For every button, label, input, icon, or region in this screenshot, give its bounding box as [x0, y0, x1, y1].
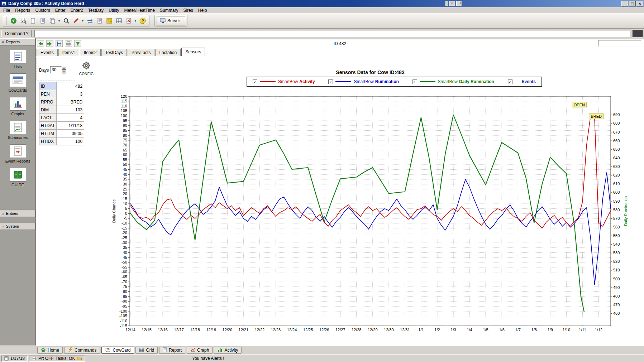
- command-input[interactable]: [34, 30, 630, 37]
- tab-sensors[interactable]: Sensors: [181, 48, 205, 56]
- svg-text:12/19: 12/19: [206, 328, 216, 332]
- bottom-tab-activity[interactable]: Activity: [214, 347, 242, 354]
- copy-button[interactable]: [47, 16, 57, 26]
- menu-reports[interactable]: Reports: [13, 8, 33, 13]
- svg-text:30: 30: [123, 182, 127, 186]
- minimize-button[interactable]: _: [621, 1, 628, 6]
- svg-text:105: 105: [121, 108, 127, 113]
- zoom-button[interactable]: [61, 16, 71, 26]
- sidebar-section-system[interactable]: » System: [0, 223, 35, 230]
- edit-button[interactable]: [71, 16, 81, 26]
- svg-text:12/16: 12/16: [158, 328, 168, 332]
- dock-grip[interactable]: [445, 1, 448, 6]
- bottom-tab-cowcard[interactable]: CowCard: [101, 347, 134, 354]
- svg-text:-115: -115: [120, 324, 127, 328]
- bottom-tab-label: Commands: [75, 348, 96, 353]
- sensors-chart: 1201151101051009590858075706560555045403…: [36, 39, 644, 346]
- svg-text:1/7: 1/7: [515, 328, 521, 332]
- back-button[interactable]: [9, 16, 18, 26]
- sidebar-item-summaries[interactable]: Summaries: [0, 121, 35, 140]
- delete-icon: [125, 18, 132, 24]
- help-button[interactable]: ?: [138, 16, 147, 26]
- svg-text:-65: -65: [121, 275, 127, 279]
- bottom-tab-report[interactable]: Report: [159, 347, 185, 354]
- svg-text:-80: -80: [121, 289, 127, 294]
- command-side-button[interactable]: [633, 30, 643, 37]
- transfer-icon: [87, 18, 93, 24]
- command-label-button[interactable]: Command ?: [1, 30, 32, 37]
- menu-summary[interactable]: Summary: [157, 8, 181, 13]
- svg-text:1/3: 1/3: [450, 328, 456, 332]
- svg-text:-95: -95: [121, 304, 127, 308]
- sidebar-item-lists[interactable]: Lists: [0, 50, 35, 69]
- server-label: Server: [167, 18, 180, 23]
- svg-text:65: 65: [123, 148, 127, 152]
- sidebar-section-reports[interactable]: » Reports: [0, 38, 35, 45]
- bottom-tab-home[interactable]: Home: [37, 347, 63, 354]
- sidebar-item-label: Event Reports: [0, 159, 35, 163]
- sidebar-item-guide[interactable]: GUIDE: [0, 168, 35, 187]
- close-button[interactable]: ✕: [636, 1, 643, 6]
- svg-text:520: 520: [613, 259, 620, 264]
- svg-text:110: 110: [121, 104, 127, 108]
- workspace: » Reports ListsCowCardsGraphsSummariesEv…: [0, 38, 644, 346]
- float-window-controls: ✓ ❒: [445, 1, 462, 6]
- print-preview-icon: [20, 18, 27, 24]
- copy-dropdown-button[interactable]: ▼: [57, 16, 61, 26]
- menu-meter-heattime[interactable]: Meter/HeatTime: [121, 8, 157, 13]
- svg-text:-105: -105: [119, 314, 127, 318]
- sidebar-report-items: ListsCowCardsGraphsSummariesEvent Report…: [0, 45, 35, 187]
- new-report-button[interactable]: [28, 16, 38, 26]
- sidebar-item-graphs[interactable]: Graphs: [0, 97, 35, 116]
- sidebar-item-cowcards[interactable]: CowCards: [0, 73, 35, 92]
- svg-text:115: 115: [121, 99, 127, 103]
- svg-text:-40: -40: [121, 250, 127, 255]
- menu-custom[interactable]: Custom: [33, 8, 52, 13]
- sidebar-section-entries[interactable]: » Entries: [0, 210, 35, 217]
- svg-text:640: 640: [613, 156, 620, 160]
- calc-button[interactable]: +−: [104, 16, 114, 26]
- toolbar-main-group: ▼ ▼ +− ▼ ?: [3, 15, 149, 27]
- menu-utility[interactable]: Utility: [106, 8, 121, 13]
- notes-button[interactable]: [95, 16, 104, 26]
- menu-help[interactable]: Help: [196, 8, 210, 13]
- bottom-tab-grid[interactable]: Grid: [135, 347, 158, 354]
- menu-enter[interactable]: Enter: [53, 8, 68, 13]
- menu-enter2[interactable]: Enter2: [68, 8, 85, 13]
- svg-text:35: 35: [123, 177, 127, 181]
- svg-text:-25: -25: [121, 236, 127, 240]
- toolbar-grip[interactable]: [5, 17, 6, 25]
- svg-text:-100: -100: [119, 309, 127, 313]
- bottom-tab-commands[interactable]: Commands: [64, 347, 100, 354]
- svg-text:10: 10: [123, 202, 127, 206]
- sidebar-item-event-reports[interactable]: Event Reports: [0, 144, 35, 163]
- help-icon: ?: [139, 18, 146, 24]
- open-report-button[interactable]: [38, 16, 47, 26]
- transfer-button[interactable]: [85, 16, 95, 26]
- maximize-button[interactable]: □: [629, 1, 636, 6]
- dock-check-button[interactable]: ✓: [449, 1, 455, 6]
- dock-restore-button[interactable]: ❒: [456, 1, 462, 6]
- server-button[interactable]: Server: [157, 16, 185, 25]
- svg-text:70: 70: [123, 143, 127, 147]
- grid-button[interactable]: [114, 16, 124, 26]
- print-preview-button[interactable]: [18, 16, 28, 26]
- edit-dropdown-button[interactable]: ▼: [81, 16, 85, 26]
- svg-text:20: 20: [123, 192, 127, 196]
- delete-dropdown-button[interactable]: ▼: [133, 16, 138, 26]
- bottom-tab-graph[interactable]: Graph: [187, 347, 213, 354]
- svg-text:1/1: 1/1: [418, 328, 424, 332]
- svg-text:590: 590: [613, 199, 620, 203]
- svg-text:560: 560: [613, 225, 620, 229]
- menu-file[interactable]: File: [1, 8, 13, 13]
- svg-text:-60: -60: [121, 270, 127, 274]
- svg-text:25: 25: [123, 187, 127, 191]
- grid-icon: [116, 18, 122, 24]
- menu-sires[interactable]: Sires: [181, 8, 195, 13]
- delete-button[interactable]: [124, 16, 133, 26]
- svg-text:Daily Rumination: Daily Rumination: [624, 196, 628, 226]
- menu-testday[interactable]: TestDay: [86, 8, 106, 13]
- svg-text:1/4: 1/4: [467, 328, 472, 332]
- calendar-icon: [4, 356, 9, 361]
- server-icon: [160, 18, 166, 24]
